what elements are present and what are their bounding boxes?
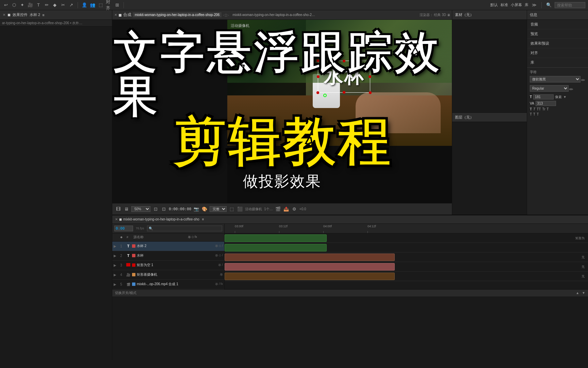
super-btn[interactable]: T (547, 107, 549, 111)
layer-search-input[interactable] (147, 226, 222, 231)
comp-tab-2[interactable]: mixkit-woman-typing-on-her-laptop-in-a-c… (230, 12, 317, 17)
layer-1-ctrl-2[interactable]: ◇ (219, 244, 221, 248)
color-icon[interactable]: 🎨 (201, 206, 208, 212)
layer-4-expand[interactable]: ▶ (112, 273, 118, 277)
ruler-mark-3: 04:00f (323, 225, 332, 228)
smallcaps-btn[interactable]: Tr (542, 107, 545, 111)
share-icon[interactable]: 📤 (283, 206, 289, 212)
font-picker-icon[interactable]: ✏ (581, 77, 585, 83)
fit-icon[interactable]: ⊡ (152, 206, 159, 212)
layer-3-expand[interactable]: ▶ (112, 263, 118, 267)
layer-1-ctrl-1[interactable]: 单 (215, 244, 218, 248)
font-size-input[interactable] (533, 94, 554, 99)
layer-1-expand[interactable]: ▶ (112, 244, 118, 248)
toolbar-camera-icon[interactable]: 🎥 (27, 2, 33, 8)
toolbar-move-icon[interactable]: ✦ (19, 2, 25, 8)
toolbar-pen-icon[interactable]: ✏ (44, 2, 50, 8)
track-clip-5[interactable] (225, 273, 395, 280)
layer-row-4[interactable]: ▶ 4 🎥 矩形基摄像机 单 (112, 270, 224, 280)
tracking-row: VA (530, 101, 585, 106)
layer-3-color (132, 263, 135, 267)
snapshot-icon[interactable]: 📷 (193, 206, 199, 212)
effects-close-btn[interactable]: ✕ (3, 13, 5, 17)
toolbar-more-icon[interactable]: ≫ (531, 2, 537, 8)
film-icon[interactable]: 🎞 (115, 206, 121, 212)
right-panel-audio[interactable]: 音频 (527, 20, 588, 29)
layer-3-ctrl-1[interactable]: 单 (218, 263, 221, 267)
layer-2-ctrl-2[interactable]: ◇ (219, 254, 221, 258)
render-icon[interactable]: 🎬 (275, 206, 281, 212)
layer-3-controls: 单 / (218, 263, 224, 267)
timeline-close[interactable]: ✕ (115, 217, 118, 221)
align-center-btn[interactable]: T (533, 112, 535, 116)
layer-row-5[interactable]: ▶ 5 🎬 mixkit-...op-206.mp4 合成 1 单 / fx (112, 280, 224, 289)
effects-title: 效果控件 (13, 12, 28, 17)
track-clip-3[interactable] (225, 254, 395, 261)
layer-2-ctrl-1[interactable]: 单 (215, 254, 218, 258)
align-left-btn[interactable]: T (530, 112, 532, 116)
toolbar-arrow-icon[interactable]: ↗ (68, 2, 74, 8)
layer-1-name: 水杯 2 (137, 244, 215, 248)
style-select[interactable]: Regular (530, 85, 569, 92)
comp-title: 合成 (123, 12, 131, 18)
settings2-icon[interactable]: ⚙ (291, 206, 297, 212)
layer-row-3[interactable]: ▶ 3 矩形为空 1 单 / (112, 261, 224, 270)
layer-5-expand[interactable]: ▶ (112, 282, 118, 286)
right-panel-library[interactable]: 库 (527, 58, 588, 67)
toolbar-shape-icon[interactable]: ◆ (52, 2, 58, 8)
track-clip-1[interactable] (225, 234, 327, 242)
search-input[interactable] (555, 2, 585, 8)
layer-row-1[interactable]: ▶ 1 T 水杯 2 单 ◇ / (112, 242, 224, 251)
comp-close-btn[interactable]: ✕ (114, 13, 117, 17)
layer-3-ctrl-2[interactable]: / (222, 263, 223, 267)
layer-2-expand[interactable]: ▶ (112, 254, 118, 258)
effects-menu-icon[interactable]: ≡ (42, 13, 44, 17)
layer-row-2[interactable]: ▶ 2 T 水杯 单 ◇ / (112, 251, 224, 261)
toolbar-puppet-icon[interactable]: ✂ (60, 2, 66, 8)
allcaps-btn[interactable]: TT (537, 107, 541, 111)
alpha-icon[interactable]: ⬛ (237, 206, 243, 212)
monitor-icon[interactable]: 🖥 (123, 206, 129, 212)
toolbar-text-icon[interactable]: T (35, 2, 42, 8)
current-time-input[interactable] (114, 226, 133, 231)
footage-title: 素材（无） (455, 12, 474, 17)
layer-5-ctrl-2[interactable]: / (219, 282, 220, 287)
italic-btn[interactable]: T (533, 107, 535, 111)
layer-1-ctrl-3[interactable]: / (222, 244, 223, 248)
zoom-select[interactable]: 50% 100% (131, 206, 150, 212)
tracking-input[interactable] (536, 101, 556, 106)
toolbar-spin-icon[interactable]: ↩ (3, 2, 9, 8)
quality-select[interactable]: 完整 一半 (210, 206, 227, 212)
bold-btn[interactable]: T (530, 107, 532, 111)
toolbar-align-icon[interactable]: 对齐 (106, 2, 112, 8)
aspect-icon[interactable]: ⊡ (161, 206, 167, 212)
timeline-menu-icon[interactable]: ≡ (202, 217, 204, 221)
layer-4-ctrl-1[interactable]: 单 (220, 273, 223, 277)
toolbar-select-icon[interactable]: ⬡ (11, 2, 17, 8)
comp-menu-icon[interactable]: ≡ (447, 13, 450, 17)
comp-tab-1[interactable]: mixkit-woman-typing-on-her-laptop-in-a-c… (133, 12, 222, 17)
toolbar-grid-icon[interactable]: ⊞ (114, 2, 120, 8)
toggle-mode-btn[interactable]: 切换开关/模式 (115, 291, 136, 295)
toolbar-people2-icon[interactable]: 👥 (89, 2, 96, 8)
layer-5-ctrl-1[interactable]: 单 (215, 282, 218, 287)
layer-2-ctrl-3[interactable]: / (222, 254, 223, 258)
right-panel-align[interactable]: 对齐 (527, 48, 588, 58)
expand-icon[interactable]: ▲ (576, 291, 579, 295)
style-picker-icon[interactable]: ✏ (569, 87, 573, 92)
font-select[interactable]: 微软雅黑 (530, 76, 581, 82)
right-panel-effects[interactable]: 效果和预设 (527, 39, 588, 48)
track-clip-2[interactable] (225, 244, 327, 251)
collapse-icon[interactable]: ▼ (582, 291, 585, 295)
layer-3-type-icon (125, 263, 132, 267)
ruler-mark-1: 03:00f (235, 225, 243, 228)
toolbar-people-icon[interactable]: 👤 (81, 2, 87, 8)
right-panel-preview[interactable]: 预览 (527, 29, 588, 39)
subscript-btn[interactable]: T (537, 112, 539, 116)
toolbar-search-icon[interactable]: 🔍 (546, 2, 552, 8)
region-icon[interactable]: ⬚ (229, 206, 235, 212)
track-clip-4[interactable] (225, 263, 395, 271)
toolbar-mask-icon[interactable]: ⬚ (98, 2, 104, 8)
layer-5-ctrl-3[interactable]: fx (220, 282, 223, 287)
text-overlay-box[interactable]: 水杯 (318, 61, 370, 93)
